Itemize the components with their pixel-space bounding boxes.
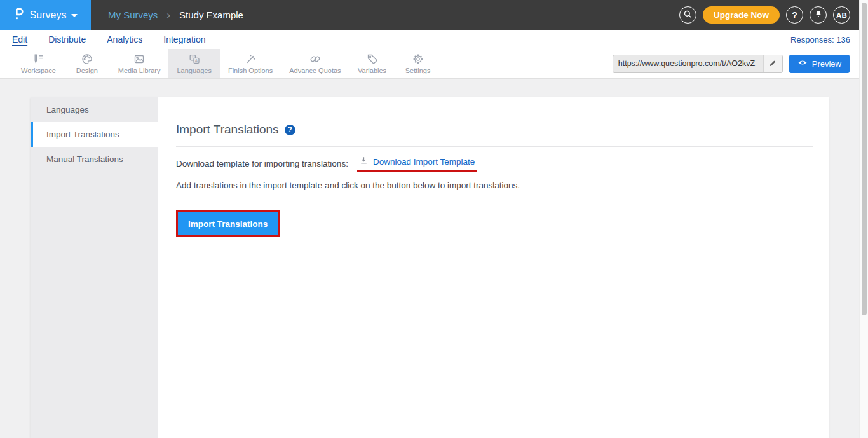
media-library-icon xyxy=(133,53,146,65)
user-avatar[interactable]: AB xyxy=(833,6,850,24)
breadcrumb-my-surveys[interactable]: My Surveys xyxy=(108,10,158,20)
languages-sidebar: Languages Import Translations Manual Tra… xyxy=(31,97,158,438)
vertical-scrollbar-thumb[interactable] xyxy=(862,3,867,315)
toolbar-label: Advance Quotas xyxy=(289,67,341,74)
help-tooltip-icon[interactable]: ? xyxy=(285,125,295,135)
chevron-down-icon xyxy=(71,14,78,17)
toolbar-item-media-library[interactable]: Media Library xyxy=(110,49,169,78)
toolbar-item-variables[interactable]: Variables xyxy=(349,49,395,78)
search-button[interactable] xyxy=(679,6,696,24)
languages-panel: Languages Import Translations Manual Tra… xyxy=(31,97,829,438)
toolbar-item-advance-quotas[interactable]: Advance Quotas xyxy=(281,49,349,78)
languages-icon: * A xyxy=(188,53,201,65)
download-icon xyxy=(359,156,369,168)
download-template-text: Download template for importing translat… xyxy=(176,159,348,168)
toolbar-label: Settings xyxy=(405,67,431,74)
toolbar-label: Workspace xyxy=(21,67,56,74)
questionpro-logo-icon xyxy=(13,6,25,24)
breadcrumb: My Surveys › Study Example xyxy=(108,10,243,20)
tab-edit[interactable]: Edit xyxy=(12,34,27,44)
toolbar-right: Preview xyxy=(613,49,859,78)
eye-icon xyxy=(797,58,808,69)
svg-text:*: * xyxy=(192,55,194,60)
preview-button[interactable]: Preview xyxy=(789,55,850,73)
upgrade-now-button[interactable]: Upgrade Now xyxy=(703,6,780,24)
toolbar-item-settings[interactable]: Settings xyxy=(395,49,441,78)
import-button-highlight: Import Translations xyxy=(176,210,280,237)
variables-icon xyxy=(366,53,379,65)
download-template-row: Download template for importing translat… xyxy=(176,154,813,172)
edit-toolbar: Workspace Design xyxy=(0,49,859,79)
responses-count[interactable]: Responses: 136 xyxy=(790,35,859,44)
settings-icon xyxy=(412,53,424,65)
pencil-icon xyxy=(769,58,777,69)
toolbar-item-design[interactable]: Design xyxy=(64,49,110,78)
breadcrumb-separator-icon: › xyxy=(166,10,170,20)
toolbar-item-languages[interactable]: * A Languages xyxy=(168,49,219,78)
toolbar-label: Media Library xyxy=(118,67,161,74)
sidebar-item-import-translations[interactable]: Import Translations xyxy=(31,122,158,147)
bell-icon xyxy=(814,10,823,20)
toolbar-label: Languages xyxy=(177,67,211,74)
sidebar-item-manual-translations[interactable]: Manual Translations xyxy=(31,147,158,172)
topbar-actions: Upgrade Now ? AB xyxy=(679,6,859,24)
section-divider xyxy=(176,146,813,147)
page-title: Import Translations xyxy=(176,123,279,137)
toolbar-label: Variables xyxy=(358,67,386,74)
notifications-button[interactable] xyxy=(810,6,827,24)
tab-integration[interactable]: Integration xyxy=(163,34,205,44)
vertical-scrollbar-track[interactable] xyxy=(859,0,868,438)
breadcrumb-current-survey: Study Example xyxy=(179,10,243,20)
surveys-product-menu[interactable]: Surveys xyxy=(0,0,91,30)
preview-label: Preview xyxy=(812,59,841,69)
app-window: Surveys My Surveys › Study Example xyxy=(0,0,868,438)
survey-tab-bar: Edit Distribute Analytics Integration Re… xyxy=(0,30,859,49)
toolbar-item-finish-options[interactable]: Finish Options xyxy=(220,49,281,78)
download-template-highlight[interactable]: Download Import Template xyxy=(357,154,477,172)
download-import-template-link[interactable]: Download Import Template xyxy=(373,157,475,167)
tab-analytics[interactable]: Analytics xyxy=(107,34,142,44)
survey-url-box xyxy=(613,55,783,73)
svg-text:A: A xyxy=(195,58,198,63)
toolbar-label: Design xyxy=(76,67,98,74)
workspace-icon xyxy=(32,53,44,65)
tab-distribute[interactable]: Distribute xyxy=(48,34,86,44)
product-name: Surveys xyxy=(30,10,67,21)
import-instruction-text: Add translations in the import template … xyxy=(176,181,813,190)
import-translations-content: Import Translations ? Download template … xyxy=(158,97,829,438)
design-icon xyxy=(81,53,93,65)
sidebar-item-languages[interactable]: Languages xyxy=(31,97,158,122)
page-title-row: Import Translations ? xyxy=(176,123,813,137)
import-translations-button[interactable]: Import Translations xyxy=(178,212,278,235)
survey-url-input[interactable] xyxy=(613,59,763,68)
search-icon xyxy=(683,10,693,21)
advance-quotas-icon xyxy=(309,53,322,65)
toolbar-label: Finish Options xyxy=(228,67,273,74)
edit-url-button[interactable] xyxy=(763,55,782,72)
top-bar: Surveys My Surveys › Study Example xyxy=(0,0,859,30)
finish-options-icon xyxy=(244,53,257,65)
toolbar-item-workspace[interactable]: Workspace xyxy=(13,49,64,78)
help-button[interactable]: ? xyxy=(786,6,803,24)
